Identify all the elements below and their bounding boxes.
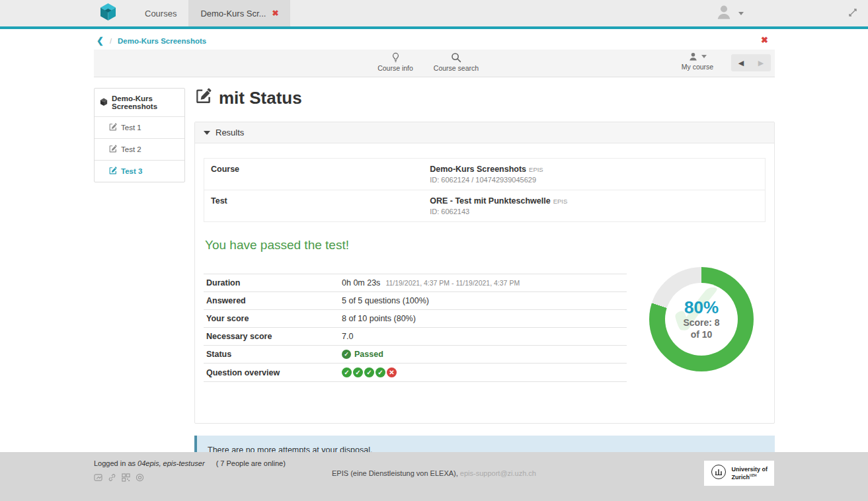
sidebar-item-test-3[interactable]: Test 3 <box>95 160 184 182</box>
toolbar-center-group: Course info Course search <box>370 52 482 72</box>
toolbar-right-group: My course ◀ ▶ <box>672 52 771 71</box>
uzh-sup: UZH <box>750 473 756 477</box>
page-title-text: mit Status <box>219 88 302 108</box>
course-menu: Demo-Kurs Screenshots Test 1 <box>94 88 185 182</box>
question-fail-icon[interactable]: ✕ <box>387 367 397 377</box>
test-id: ID: 6062143 <box>430 208 567 215</box>
status-text: Passed <box>354 350 383 359</box>
question-pass-icon[interactable]: ✓ <box>375 367 385 377</box>
table-row: Answered 5 of 5 questions (100%) <box>204 291 627 309</box>
course-id: ID: 6062124 / 104742939045629 <box>430 176 543 184</box>
score-fraction: Score: 8 of 10 <box>683 317 719 340</box>
stat-label: Question overview <box>206 368 342 377</box>
my-course-icon-group <box>688 52 707 61</box>
my-course-button[interactable]: My course <box>672 52 723 71</box>
edit-pencil-icon <box>109 123 117 132</box>
stat-value: 0h 0m 23s <box>342 278 380 288</box>
sidebar-item-label: Test 1 <box>121 124 141 132</box>
previous-button[interactable]: ◀ <box>731 54 751 71</box>
tab-demo-kurs[interactable]: Demo-Kurs Scr... ✖ <box>188 0 290 26</box>
score-donut: ✓ 80% Score: 8 of 10 <box>649 267 754 371</box>
epis-tag: EPIS <box>529 166 543 173</box>
detail-label: Test <box>211 196 430 206</box>
stat-label: Duration <box>206 278 342 288</box>
table-row: Course Demo-Kurs ScreenshotsEPIS ID: 606… <box>204 159 765 190</box>
score-stats-table: Duration 0h 0m 23s 11/19/2021, 4:37 PM -… <box>204 274 627 382</box>
footer-inner: Logged in as 04epis, epis-testuser ( 7 P… <box>0 452 868 501</box>
pager: ◀ ▶ <box>731 54 771 71</box>
logged-in-user: 04epis, epis-testuser <box>138 459 205 467</box>
table-row: Duration 0h 0m 23s 11/19/2021, 4:37 PM -… <box>204 274 627 291</box>
logged-in-status: Logged in as 04epis, epis-testuser ( 7 P… <box>94 459 774 467</box>
sidebar-item-course-root[interactable]: Demo-Kurs Screenshots <box>95 89 184 116</box>
back-chevron-icon[interactable]: ❮ <box>97 36 104 45</box>
logged-in-prefix: Logged in as <box>94 459 136 467</box>
sidebar-item-label: Test 2 <box>121 145 141 153</box>
page-title: mit Status <box>196 88 775 108</box>
breadcrumb-course-link[interactable]: Demo-Kurs Screenshots <box>118 37 206 45</box>
stat-timestamps: 11/19/2021, 4:37 PM - 11/19/2021, 4:37 P… <box>385 279 520 287</box>
course-name: Demo-Kurs Screenshots <box>430 165 526 174</box>
content-shell: ❮ / Demo-Kurs Screenshots ✖ Course info <box>94 29 775 482</box>
test-name: ORE - Test mit Punkteschwelle <box>430 196 550 206</box>
score-line1: Score: 8 <box>683 317 719 328</box>
question-overview-icons: ✓✓✓✓✕ <box>342 367 397 377</box>
course-info-button[interactable]: Course info <box>370 52 421 72</box>
course-toolbar: Course info Course search <box>94 50 775 77</box>
uzh-line2: Zurich <box>731 474 750 481</box>
person-icon <box>688 52 698 61</box>
lightbulb-icon <box>391 52 401 63</box>
tab-close-icon[interactable]: ✖ <box>272 9 278 18</box>
fullscreen-icon[interactable] <box>848 8 857 20</box>
question-pass-icon[interactable]: ✓ <box>364 367 374 377</box>
stat-label: Your score <box>206 314 342 323</box>
next-button[interactable]: ▶ <box>751 54 771 71</box>
course-search-label: Course search <box>434 64 479 72</box>
detail-label: Course <box>211 165 430 174</box>
table-row: Question overview ✓✓✓✓✕ <box>204 363 627 382</box>
provider-text: EPIS (eine Dienstleistung von ELEXA), <box>332 469 458 477</box>
sidebar-item-label: Test 3 <box>121 167 142 175</box>
sidebar-item-test-1[interactable]: Test 1 <box>95 116 184 138</box>
epis-tag: EPIS <box>553 198 568 205</box>
my-course-label: My course <box>682 63 713 71</box>
passed-message: You have passed the test! <box>205 238 766 252</box>
stat-value: 8 of 10 points (80%) <box>342 314 416 323</box>
user-menu[interactable] <box>715 0 744 26</box>
stat-value: 7.0 <box>342 332 353 341</box>
app-window: Courses Demo-Kurs Scr... ✖ ❮ / De <box>0 0 868 501</box>
edit-pencil-icon <box>109 167 117 176</box>
support-email-link[interactable]: epis-support@zi.uzh.ch <box>460 469 536 477</box>
edit-pencil-icon <box>109 145 117 154</box>
results-header-label: Results <box>216 128 244 137</box>
stat-value: 5 of 5 questions (100%) <box>342 296 429 305</box>
status-badge: ✓ Passed <box>342 350 383 359</box>
breadcrumb: ❮ / Demo-Kurs Screenshots ✖ <box>94 29 775 50</box>
search-icon <box>451 52 461 63</box>
check-circle-icon: ✓ <box>342 350 351 359</box>
table-row: Necessary score 7.0 <box>204 327 627 345</box>
tab-courses[interactable]: Courses <box>133 0 188 26</box>
stat-label: Answered <box>206 296 342 305</box>
main-area: Demo-Kurs Screenshots Test 1 <box>94 88 775 482</box>
uzh-logo[interactable]: University of ZurichUZH <box>704 461 774 486</box>
tab-courses-label: Courses <box>145 9 177 19</box>
table-row: Status ✓ Passed <box>204 345 627 363</box>
question-pass-icon[interactable]: ✓ <box>353 367 363 377</box>
stat-label: Status <box>206 350 342 359</box>
question-pass-icon[interactable]: ✓ <box>342 367 352 377</box>
score-donut-center: ✓ 80% Score: 8 of 10 <box>665 283 738 356</box>
detail-value: ORE - Test mit PunkteschwelleEPIS ID: 60… <box>430 196 567 215</box>
cube-icon <box>100 98 108 108</box>
table-row: Your score 8 of 10 points (80%) <box>204 309 627 327</box>
stat-label: Necessary score <box>206 332 342 341</box>
course-search-button[interactable]: Course search <box>430 52 482 72</box>
score-percent: 80% <box>684 298 719 317</box>
close-course-icon[interactable]: ✖ <box>761 35 768 45</box>
results-panel-header[interactable]: Results <box>195 122 774 143</box>
score-section: Duration 0h 0m 23s 11/19/2021, 4:37 PM -… <box>204 274 766 385</box>
sidebar-item-test-2[interactable]: Test 2 <box>95 138 184 160</box>
openolat-logo-icon[interactable] <box>99 3 117 24</box>
tab-demo-kurs-label: Demo-Kurs Scr... <box>200 9 266 19</box>
breadcrumb-separator: / <box>110 37 112 45</box>
